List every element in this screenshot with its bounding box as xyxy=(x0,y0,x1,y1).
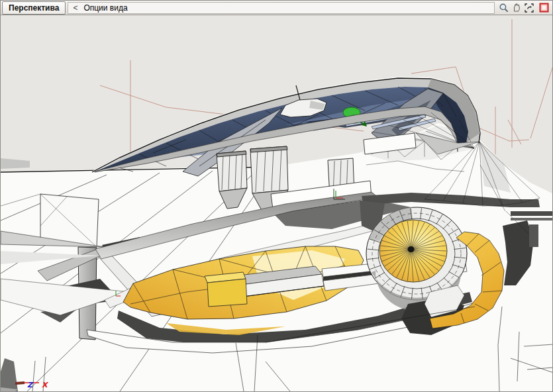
view-options-label: Опции вида xyxy=(83,3,127,13)
collapse-arrow-icon[interactable]: < xyxy=(73,3,77,13)
view-options-bar[interactable]: < Опции вида xyxy=(68,2,495,14)
viewport-toolbar: Перспектива < Опции вида xyxy=(1,1,552,15)
viewport-title-button[interactable]: Перспектива xyxy=(2,1,66,15)
zoom-icon[interactable] xyxy=(498,2,509,13)
pan-icon[interactable] xyxy=(511,2,522,13)
close-viewport-icon[interactable] xyxy=(538,2,550,13)
toolbar-icon-group xyxy=(497,2,551,13)
lamp-box xyxy=(205,272,247,307)
viewport-window: Перспектива < Опции вида xyxy=(0,0,553,392)
rotate-view-icon[interactable] xyxy=(523,2,534,13)
perspective-viewport-canvas[interactable]: Z X xyxy=(1,15,553,391)
